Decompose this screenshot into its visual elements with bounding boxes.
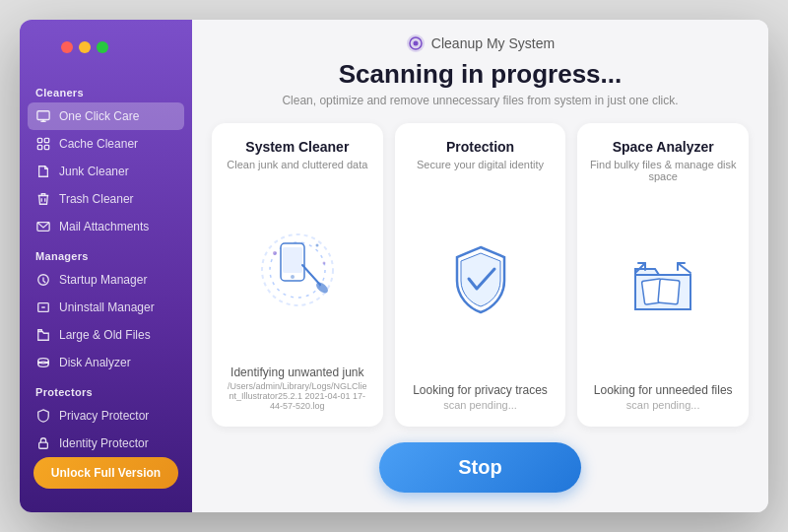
disk-icon bbox=[35, 355, 51, 370]
svg-point-14 bbox=[38, 359, 49, 364]
system-cleaner-illustration bbox=[224, 182, 371, 358]
card-path-system-cleaner: /Users/admin/Library/Logs/NGLClient_Illu… bbox=[224, 381, 371, 411]
svg-rect-5 bbox=[37, 145, 41, 149]
shield-icon bbox=[35, 408, 51, 424]
card-subtitle-protection: Secure your digital identity bbox=[417, 159, 544, 170]
sidebar-item-label: Trash Cleaner bbox=[59, 192, 134, 206]
svg-point-23 bbox=[291, 275, 295, 279]
section-label-protectors: Protectors bbox=[20, 376, 192, 402]
card-status-space-analyzer: Looking for unneeded files bbox=[594, 383, 733, 397]
sidebar-item-label: Identity Protector bbox=[59, 436, 149, 450]
protection-card: Protection Secure your digital identity … bbox=[395, 123, 566, 427]
sidebar-item-identity-protector[interactable]: Identity Protector bbox=[20, 430, 192, 457]
card-pending-space-analyzer: scan pending... bbox=[626, 399, 700, 411]
sidebar-item-uninstall-manager[interactable]: Uninstall Manager bbox=[20, 294, 192, 321]
svg-rect-3 bbox=[37, 138, 41, 142]
svg-point-26 bbox=[273, 251, 277, 255]
close-button[interactable] bbox=[61, 41, 73, 53]
svg-point-18 bbox=[413, 41, 418, 46]
card-title-space-analyzer: Space Analyzer bbox=[613, 139, 714, 155]
sidebar-item-cache-cleaner[interactable]: Cache Cleaner bbox=[20, 130, 192, 158]
sidebar-item-label: Disk Analyzer bbox=[59, 356, 131, 369]
sidebar-item-junk-cleaner[interactable]: Junk Cleaner bbox=[20, 158, 192, 185]
uninstall-icon bbox=[35, 299, 51, 315]
svg-rect-30 bbox=[658, 279, 680, 304]
main-content: Cleanup My System Scanning in progress..… bbox=[192, 20, 768, 512]
svg-rect-15 bbox=[39, 442, 48, 448]
section-label-cleaners: Cleaners bbox=[20, 77, 192, 102]
svg-line-31 bbox=[678, 263, 690, 273]
app-icon bbox=[406, 33, 426, 53]
stop-button[interactable]: Stop bbox=[379, 442, 580, 493]
maximize-button[interactable] bbox=[97, 41, 108, 53]
sidebar-item-label: Large & Old Files bbox=[59, 328, 151, 342]
sidebar: Cleaners One Click Care Cache Cleaner Ju… bbox=[20, 20, 192, 512]
svg-point-27 bbox=[315, 244, 318, 247]
startup-icon bbox=[35, 272, 51, 288]
card-subtitle-system-cleaner: Clean junk and cluttered data bbox=[227, 159, 367, 170]
svg-rect-22 bbox=[283, 247, 302, 273]
grid-icon bbox=[35, 136, 51, 152]
sidebar-item-label: Mail Attachments bbox=[59, 220, 149, 233]
sidebar-item-trash-cleaner[interactable]: Trash Cleaner bbox=[20, 185, 192, 213]
minimize-button[interactable] bbox=[79, 41, 91, 53]
card-pending-protection: scan pending... bbox=[443, 399, 517, 411]
sidebar-item-label: One Click Care bbox=[59, 109, 139, 123]
sidebar-item-label: Junk Cleaner bbox=[59, 165, 129, 178]
card-title-protection: Protection bbox=[446, 139, 514, 155]
traffic-lights bbox=[61, 41, 108, 53]
protection-illustration bbox=[407, 182, 555, 375]
sidebar-item-label: Cache Cleaner bbox=[59, 137, 138, 151]
sidebar-item-large-old-files[interactable]: Large & Old Files bbox=[20, 321, 192, 349]
trash-icon bbox=[35, 191, 51, 207]
svg-rect-0 bbox=[37, 111, 49, 120]
space-analyzer-illustration bbox=[589, 194, 737, 375]
app-window: Cleaners One Click Care Cache Cleaner Ju… bbox=[20, 20, 768, 512]
sidebar-item-disk-analyzer[interactable]: Disk Analyzer bbox=[20, 349, 192, 376]
system-cleaner-card: System Cleaner Clean junk and cluttered … bbox=[212, 123, 383, 427]
mail-icon bbox=[35, 219, 51, 234]
app-title: Cleanup My System bbox=[431, 35, 555, 51]
svg-rect-4 bbox=[44, 138, 48, 142]
monitor-icon bbox=[35, 108, 51, 124]
section-label-managers: Managers bbox=[20, 240, 192, 266]
cards-row: System Cleaner Clean junk and cluttered … bbox=[192, 123, 768, 427]
sidebar-item-label: Uninstall Manager bbox=[59, 300, 155, 314]
lock-icon bbox=[35, 435, 51, 451]
svg-point-28 bbox=[322, 262, 325, 265]
sidebar-item-label: Startup Manager bbox=[59, 273, 147, 287]
scan-heading: Scanning in progress... bbox=[192, 59, 768, 90]
sidebar-item-privacy-protector[interactable]: Privacy Protector bbox=[20, 402, 192, 430]
card-subtitle-space-analyzer: Find bulky files & manage disk space bbox=[589, 159, 737, 182]
sidebar-item-one-click-care[interactable]: One Click Care bbox=[28, 102, 184, 130]
sidebar-item-startup-manager[interactable]: Startup Manager bbox=[20, 266, 192, 294]
card-status-protection: Looking for privacy traces bbox=[413, 383, 548, 397]
unlock-full-version-button[interactable]: Unlock Full Version bbox=[33, 457, 178, 489]
files-icon bbox=[35, 327, 51, 343]
card-status-system-cleaner: Identifying unwanted junk bbox=[230, 366, 363, 379]
card-title-system-cleaner: System Cleaner bbox=[245, 139, 349, 155]
space-analyzer-card: Space Analyzer Find bulky files & manage… bbox=[577, 123, 749, 427]
sidebar-item-mail-attachments[interactable]: Mail Attachments bbox=[20, 213, 192, 240]
svg-rect-6 bbox=[44, 145, 48, 149]
header-bar: Cleanup My System bbox=[192, 20, 768, 59]
stop-button-row: Stop bbox=[192, 427, 768, 512]
scan-subtitle: Clean, optimize and remove unnecessary f… bbox=[192, 94, 768, 107]
sidebar-item-label: Privacy Protector bbox=[59, 409, 149, 423]
file-icon bbox=[35, 164, 51, 179]
